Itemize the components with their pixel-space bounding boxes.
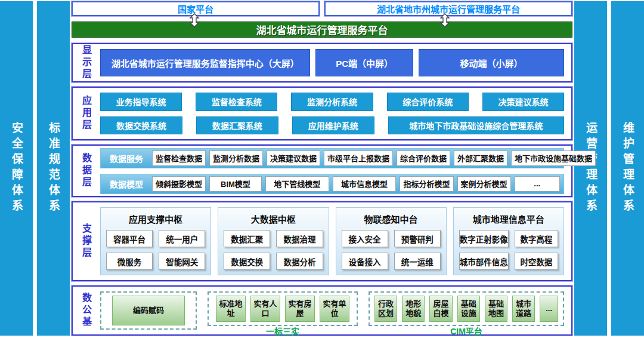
iot-platform-panel: 物联感知中台 接入安全 预警研判 设备接入 统一运维 (336, 207, 447, 275)
data-layer-label: 数据层 (73, 146, 99, 196)
application-layer-label: 应用层 (73, 88, 99, 139)
support-item-box: 统一用户 (159, 230, 205, 247)
data-service-box: 外部汇聚数据 (454, 150, 507, 166)
data-model-box: ... (515, 176, 560, 192)
support-item-box: 微服务 (106, 253, 153, 270)
foundation-layer-label: 数公基 (73, 287, 99, 334)
app-system-box: 数据交换系统 (100, 116, 182, 135)
data-layer-content: 数据服务 监督检查数据 监测分析数据 决策建议数据 市级平台上报数据 综合评价数… (99, 146, 571, 196)
app-system-box: 综合评价系统 (387, 93, 469, 111)
pc-screen-box: PC端（中屏） (315, 49, 413, 76)
left-side-bars: 安全保障体系 标准规范体系 (0, 1, 70, 336)
foundation-item-box: 地形地貌 (402, 296, 425, 322)
main-platform-title: 湖北省城市运行管理服务平台 (256, 22, 388, 37)
panel-title: 物联感知中台 (342, 211, 441, 230)
data-model-box: 地下管线模型 (265, 176, 329, 192)
support-layer-label: 支撑层 (73, 202, 99, 280)
main-platform-banner: 湖北省城市运行管理服务平台 (72, 21, 572, 38)
support-item-box: 城市部件信息 (459, 253, 509, 270)
support-item-box: 数据汇聚 (224, 230, 270, 247)
one-standard-dashed: 标准地址 实有人口 实有房屋 实有单位 (208, 291, 358, 326)
standards-spec-bar: 标准规范体系 (37, 1, 70, 336)
foundation-item-box: 城市道路 (512, 296, 535, 322)
app-system-box: 业务指导系统 (100, 93, 182, 111)
operation-mgmt-bar: 运营管理体系 (574, 1, 607, 336)
panel-grid: 数据汇聚 数据治理 数据交换 数据分析 (224, 230, 323, 270)
external-platforms-row: 国家平台 湖北省地市州城市运行管理服务平台 (72, 1, 572, 16)
mobile-screen-box: 移动端（小屏） (419, 49, 564, 76)
security-assurance-label: 安全保障体系 (8, 122, 24, 215)
foundation-item-box: 实有人口 (250, 296, 280, 322)
panel-grid: 容器平台 统一用户 微服务 智能网关 (106, 230, 205, 270)
foundation-item-box: 编码赋码 (112, 296, 185, 325)
support-item-box: 数字高程 (515, 230, 558, 247)
big-screen-box: 湖北省城市运行管理服务监督指挥中心（大屏） (100, 49, 310, 76)
up-down-arrow-icon (438, 13, 451, 27)
support-item-box: 容器平台 (106, 230, 153, 247)
foundation-item-box: ... (540, 296, 558, 322)
data-service-box: 决策建议数据 (267, 150, 320, 166)
app-system-box: 数据汇聚系统 (196, 116, 278, 135)
coding-group-dashed: 编码赋码 (100, 291, 197, 330)
support-item-box: 数据治理 (276, 230, 323, 247)
up-down-arrow-icon (188, 13, 201, 27)
data-model-box: BIM模型 (209, 176, 262, 192)
data-model-strip: 数据模型 倾斜摄影模型 BIM模型 地下管线模型 城市信息模型 指标分析模型 案… (100, 174, 564, 194)
support-item-box: 数字正射影像 (459, 230, 509, 247)
panel-title: 城市地理信息平台 (459, 211, 558, 230)
application-layer-content: 业务指导系统 监督检查系统 监测分析系统 综合评价系统 决策建议系统 数据交换系… (99, 88, 571, 139)
foundation-item-box: 行政区划 (374, 296, 397, 322)
security-assurance-bar: 安全保障体系 (0, 1, 33, 336)
one-standard-caption: 一标三实 (208, 326, 358, 337)
display-row: 湖北省城市运行管理服务监督指挥中心（大屏） PC端（中屏） 移动端（小屏） (100, 49, 564, 76)
support-panels-row: 应用支撑中枢 容器平台 统一用户 微服务 智能网关 大数据中枢 数据汇聚 数据治… (100, 207, 564, 275)
app-system-box: 决策建议系统 (482, 93, 564, 111)
support-item-box: 设备接入 (342, 253, 388, 270)
panel-title: 大数据中枢 (224, 211, 323, 230)
main-diagram-column: 国家平台 湖北省地市州城市运行管理服务平台 湖北省城市运行管理服务平台 显示层 … (72, 1, 572, 336)
maintenance-mgmt-label: 维护管理体系 (620, 122, 636, 215)
data-service-label: 数据服务 (104, 152, 148, 164)
architecture-diagram: 安全保障体系 标准规范体系 国家平台 湖北省地市州城市运行管理服务平台 湖北省城… (0, 0, 644, 338)
cim-platform-group: 行政区划 地形地貌 房屋白模 基础设施 基础地图 城市道路 ... CIM平台 (369, 291, 564, 330)
app-support-hub-panel: 应用支撑中枢 容器平台 统一用户 微服务 智能网关 (100, 207, 211, 275)
support-item-box: 接入安全 (342, 230, 388, 247)
data-model-label: 数据模型 (104, 178, 148, 190)
foundation-item-box: 实有房屋 (285, 296, 315, 322)
geo-info-platform-panel: 城市地理信息平台 数字正射影像 数字高程 城市部件信息 时空数据 (453, 207, 564, 275)
foundation-item-box: 标准地址 (216, 296, 246, 322)
support-layer-content: 应用支撑中枢 容器平台 统一用户 微服务 智能网关 大数据中枢 数据汇聚 数据治… (99, 202, 571, 280)
application-layer: 应用层 业务指导系统 监督检查系统 监测分析系统 综合评价系统 决策建议系统 数… (72, 87, 572, 140)
data-service-strip: 数据服务 监督检查数据 监测分析数据 决策建议数据 市级平台上报数据 综合评价数… (100, 148, 564, 168)
data-service-box: 监督检查数据 (152, 150, 206, 166)
foundation-item-box: 实有单位 (320, 296, 349, 322)
big-data-hub-panel: 大数据中枢 数据汇聚 数据治理 数据交换 数据分析 (218, 207, 329, 275)
foundation-groups-row: 编码赋码 标准地址 实有人口 实有房屋 实有单位 一标三实 (100, 291, 564, 330)
support-item-box: 智能网关 (159, 253, 205, 270)
cim-platform-dashed: 行政区划 地形地貌 房屋白模 基础设施 基础地图 城市道路 ... (369, 291, 564, 326)
support-layer: 支撑层 应用支撑中枢 容器平台 统一用户 微服务 智能网关 大数据中枢 (72, 201, 572, 281)
display-layer-content: 湖北省城市运行管理服务监督指挥中心（大屏） PC端（中屏） 移动端（小屏） (99, 44, 571, 81)
panel-grid: 数字正射影像 数字高程 城市部件信息 时空数据 (459, 230, 558, 270)
support-item-box: 时空数据 (515, 253, 558, 270)
data-service-box: 综合评价数据 (397, 150, 450, 166)
data-layer: 数据层 数据服务 监督检查数据 监测分析数据 决策建议数据 市级平台上报数据 综… (72, 145, 572, 197)
data-model-box: 指标分析模型 (400, 176, 453, 192)
data-service-box: 地下市政设施基础数据 (511, 150, 596, 166)
cim-platform-caption: CIM平台 (369, 326, 564, 337)
display-layer-label: 显示层 (73, 44, 99, 81)
app-system-box: 城市地下市政基础设施综合管理系统 (388, 116, 564, 135)
support-item-box: 数据交换 (224, 253, 270, 270)
data-service-box: 监测分析数据 (209, 150, 263, 166)
data-model-box: 案例分析模型 (457, 176, 511, 192)
support-item-box: 统一运维 (394, 253, 441, 270)
data-model-box: 城市信息模型 (333, 176, 397, 192)
panel-grid: 接入安全 预警研判 设备接入 统一运维 (342, 230, 441, 270)
app-system-box: 监测分析系统 (291, 93, 373, 111)
app-system-box: 应用维护系统 (292, 116, 374, 135)
operation-mgmt-label: 运营管理体系 (583, 122, 599, 215)
right-side-bars: 运营管理体系 维护管理体系 (574, 1, 644, 336)
maintenance-mgmt-bar: 维护管理体系 (611, 1, 644, 336)
application-row-1: 业务指导系统 监督检查系统 监测分析系统 综合评价系统 决策建议系统 (100, 93, 564, 111)
support-item-box: 预警研判 (394, 230, 441, 247)
